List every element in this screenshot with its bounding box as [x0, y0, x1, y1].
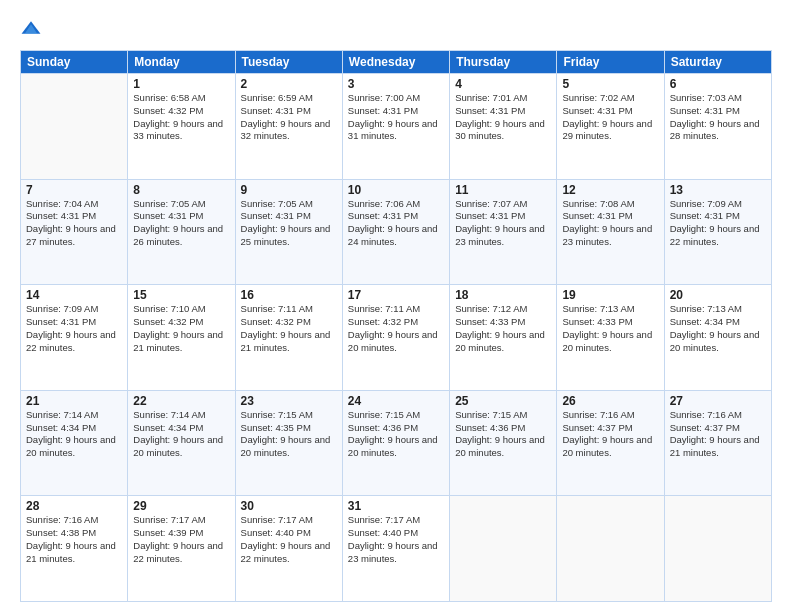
day-number: 15 — [133, 288, 229, 302]
day-info: Sunrise: 6:59 AM Sunset: 4:31 PM Dayligh… — [241, 92, 337, 143]
calendar-cell — [664, 496, 771, 602]
calendar-week-row: 7Sunrise: 7:04 AM Sunset: 4:31 PM Daylig… — [21, 179, 772, 285]
day-info: Sunrise: 7:10 AM Sunset: 4:32 PM Dayligh… — [133, 303, 229, 354]
day-number: 10 — [348, 183, 444, 197]
day-info: Sunrise: 7:09 AM Sunset: 4:31 PM Dayligh… — [26, 303, 122, 354]
day-number: 16 — [241, 288, 337, 302]
day-info: Sunrise: 7:13 AM Sunset: 4:34 PM Dayligh… — [670, 303, 766, 354]
day-number: 3 — [348, 77, 444, 91]
day-number: 8 — [133, 183, 229, 197]
calendar-cell: 1Sunrise: 6:58 AM Sunset: 4:32 PM Daylig… — [128, 74, 235, 180]
calendar-cell: 15Sunrise: 7:10 AM Sunset: 4:32 PM Dayli… — [128, 285, 235, 391]
calendar-cell: 4Sunrise: 7:01 AM Sunset: 4:31 PM Daylig… — [450, 74, 557, 180]
calendar-cell: 31Sunrise: 7:17 AM Sunset: 4:40 PM Dayli… — [342, 496, 449, 602]
day-info: Sunrise: 7:02 AM Sunset: 4:31 PM Dayligh… — [562, 92, 658, 143]
weekday-header-monday: Monday — [128, 51, 235, 74]
calendar-week-row: 28Sunrise: 7:16 AM Sunset: 4:38 PM Dayli… — [21, 496, 772, 602]
weekday-header-sunday: Sunday — [21, 51, 128, 74]
day-info: Sunrise: 6:58 AM Sunset: 4:32 PM Dayligh… — [133, 92, 229, 143]
weekday-header-thursday: Thursday — [450, 51, 557, 74]
calendar-cell: 2Sunrise: 6:59 AM Sunset: 4:31 PM Daylig… — [235, 74, 342, 180]
day-info: Sunrise: 7:11 AM Sunset: 4:32 PM Dayligh… — [348, 303, 444, 354]
day-number: 31 — [348, 499, 444, 513]
day-info: Sunrise: 7:05 AM Sunset: 4:31 PM Dayligh… — [133, 198, 229, 249]
day-info: Sunrise: 7:16 AM Sunset: 4:37 PM Dayligh… — [670, 409, 766, 460]
calendar-cell: 17Sunrise: 7:11 AM Sunset: 4:32 PM Dayli… — [342, 285, 449, 391]
day-number: 7 — [26, 183, 122, 197]
day-info: Sunrise: 7:13 AM Sunset: 4:33 PM Dayligh… — [562, 303, 658, 354]
calendar-cell: 16Sunrise: 7:11 AM Sunset: 4:32 PM Dayli… — [235, 285, 342, 391]
calendar-week-row: 14Sunrise: 7:09 AM Sunset: 4:31 PM Dayli… — [21, 285, 772, 391]
calendar-cell: 29Sunrise: 7:17 AM Sunset: 4:39 PM Dayli… — [128, 496, 235, 602]
weekday-header-tuesday: Tuesday — [235, 51, 342, 74]
day-info: Sunrise: 7:14 AM Sunset: 4:34 PM Dayligh… — [26, 409, 122, 460]
calendar-cell: 10Sunrise: 7:06 AM Sunset: 4:31 PM Dayli… — [342, 179, 449, 285]
day-info: Sunrise: 7:12 AM Sunset: 4:33 PM Dayligh… — [455, 303, 551, 354]
day-info: Sunrise: 7:14 AM Sunset: 4:34 PM Dayligh… — [133, 409, 229, 460]
calendar-cell: 13Sunrise: 7:09 AM Sunset: 4:31 PM Dayli… — [664, 179, 771, 285]
calendar-cell: 8Sunrise: 7:05 AM Sunset: 4:31 PM Daylig… — [128, 179, 235, 285]
day-info: Sunrise: 7:16 AM Sunset: 4:38 PM Dayligh… — [26, 514, 122, 565]
calendar-cell — [557, 496, 664, 602]
day-number: 13 — [670, 183, 766, 197]
day-number: 11 — [455, 183, 551, 197]
calendar-table: SundayMondayTuesdayWednesdayThursdayFrid… — [20, 50, 772, 602]
day-number: 12 — [562, 183, 658, 197]
calendar-cell: 5Sunrise: 7:02 AM Sunset: 4:31 PM Daylig… — [557, 74, 664, 180]
weekday-header-saturday: Saturday — [664, 51, 771, 74]
calendar-cell: 26Sunrise: 7:16 AM Sunset: 4:37 PM Dayli… — [557, 390, 664, 496]
day-info: Sunrise: 7:09 AM Sunset: 4:31 PM Dayligh… — [670, 198, 766, 249]
day-number: 1 — [133, 77, 229, 91]
calendar-week-row: 21Sunrise: 7:14 AM Sunset: 4:34 PM Dayli… — [21, 390, 772, 496]
logo — [20, 18, 46, 40]
day-info: Sunrise: 7:01 AM Sunset: 4:31 PM Dayligh… — [455, 92, 551, 143]
calendar-cell: 14Sunrise: 7:09 AM Sunset: 4:31 PM Dayli… — [21, 285, 128, 391]
calendar-cell: 25Sunrise: 7:15 AM Sunset: 4:36 PM Dayli… — [450, 390, 557, 496]
calendar-cell: 18Sunrise: 7:12 AM Sunset: 4:33 PM Dayli… — [450, 285, 557, 391]
day-number: 22 — [133, 394, 229, 408]
day-info: Sunrise: 7:15 AM Sunset: 4:36 PM Dayligh… — [455, 409, 551, 460]
day-info: Sunrise: 7:06 AM Sunset: 4:31 PM Dayligh… — [348, 198, 444, 249]
calendar-cell: 20Sunrise: 7:13 AM Sunset: 4:34 PM Dayli… — [664, 285, 771, 391]
day-info: Sunrise: 7:00 AM Sunset: 4:31 PM Dayligh… — [348, 92, 444, 143]
calendar-cell: 6Sunrise: 7:03 AM Sunset: 4:31 PM Daylig… — [664, 74, 771, 180]
day-info: Sunrise: 7:17 AM Sunset: 4:40 PM Dayligh… — [241, 514, 337, 565]
calendar-cell: 28Sunrise: 7:16 AM Sunset: 4:38 PM Dayli… — [21, 496, 128, 602]
day-number: 29 — [133, 499, 229, 513]
day-number: 2 — [241, 77, 337, 91]
day-number: 23 — [241, 394, 337, 408]
calendar-cell: 19Sunrise: 7:13 AM Sunset: 4:33 PM Dayli… — [557, 285, 664, 391]
day-number: 21 — [26, 394, 122, 408]
calendar-cell: 11Sunrise: 7:07 AM Sunset: 4:31 PM Dayli… — [450, 179, 557, 285]
calendar-week-row: 1Sunrise: 6:58 AM Sunset: 4:32 PM Daylig… — [21, 74, 772, 180]
day-number: 26 — [562, 394, 658, 408]
day-info: Sunrise: 7:07 AM Sunset: 4:31 PM Dayligh… — [455, 198, 551, 249]
day-info: Sunrise: 7:03 AM Sunset: 4:31 PM Dayligh… — [670, 92, 766, 143]
calendar-cell — [21, 74, 128, 180]
calendar-cell: 24Sunrise: 7:15 AM Sunset: 4:36 PM Dayli… — [342, 390, 449, 496]
calendar-cell: 27Sunrise: 7:16 AM Sunset: 4:37 PM Dayli… — [664, 390, 771, 496]
calendar-cell: 12Sunrise: 7:08 AM Sunset: 4:31 PM Dayli… — [557, 179, 664, 285]
day-info: Sunrise: 7:08 AM Sunset: 4:31 PM Dayligh… — [562, 198, 658, 249]
day-number: 5 — [562, 77, 658, 91]
day-info: Sunrise: 7:15 AM Sunset: 4:36 PM Dayligh… — [348, 409, 444, 460]
day-number: 19 — [562, 288, 658, 302]
day-info: Sunrise: 7:05 AM Sunset: 4:31 PM Dayligh… — [241, 198, 337, 249]
weekday-header-friday: Friday — [557, 51, 664, 74]
day-number: 20 — [670, 288, 766, 302]
calendar-cell: 30Sunrise: 7:17 AM Sunset: 4:40 PM Dayli… — [235, 496, 342, 602]
day-number: 25 — [455, 394, 551, 408]
weekday-header-row: SundayMondayTuesdayWednesdayThursdayFrid… — [21, 51, 772, 74]
day-info: Sunrise: 7:17 AM Sunset: 4:40 PM Dayligh… — [348, 514, 444, 565]
day-number: 30 — [241, 499, 337, 513]
day-number: 9 — [241, 183, 337, 197]
day-number: 24 — [348, 394, 444, 408]
calendar-cell: 22Sunrise: 7:14 AM Sunset: 4:34 PM Dayli… — [128, 390, 235, 496]
page-header — [20, 18, 772, 40]
calendar-cell: 21Sunrise: 7:14 AM Sunset: 4:34 PM Dayli… — [21, 390, 128, 496]
day-number: 6 — [670, 77, 766, 91]
day-number: 18 — [455, 288, 551, 302]
day-number: 14 — [26, 288, 122, 302]
day-number: 28 — [26, 499, 122, 513]
calendar-cell: 9Sunrise: 7:05 AM Sunset: 4:31 PM Daylig… — [235, 179, 342, 285]
